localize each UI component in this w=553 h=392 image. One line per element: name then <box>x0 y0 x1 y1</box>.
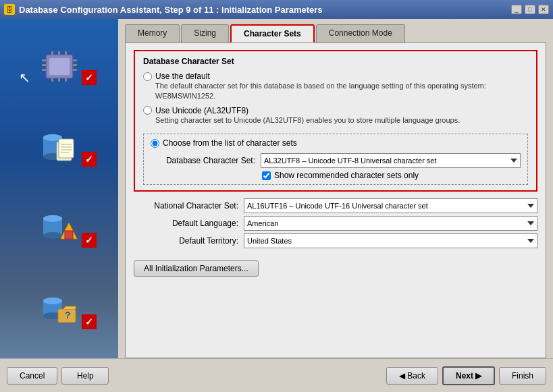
title-bar: 🗄 Database Configuration Assistant, Step… <box>0 0 553 19</box>
default-territory-select[interactable]: United States <box>244 233 537 248</box>
show-recommended-row: Show recommended character sets only <box>262 171 521 180</box>
radio-item-unicode: Use Unicode (AL32UTF8) Setting character… <box>143 106 528 125</box>
radio-desc-default: The default character set for this datab… <box>155 81 528 102</box>
tab-character-sets[interactable]: Character Sets <box>230 24 315 43</box>
tab-sizing[interactable]: Sizing <box>181 24 229 43</box>
svg-rect-3 <box>42 64 46 66</box>
sidebar: ↖ <box>0 19 118 358</box>
svg-text:?: ? <box>65 310 71 320</box>
db-charset-section: Database Character Set Use the default T… <box>134 50 537 192</box>
sidebar-item-shapes: ✓ <box>16 207 103 251</box>
svg-rect-12 <box>58 78 60 82</box>
tab-connection-mode[interactable]: Connection Mode <box>316 24 405 43</box>
show-recommended-label: Show recommended character sets only <box>274 171 419 180</box>
next-button[interactable]: Next ▶ <box>442 366 495 385</box>
shapes-icon <box>39 211 80 248</box>
all-params-button[interactable]: All Initialization Parameters... <box>134 260 259 277</box>
radio-text-choose: Choose from the list of character sets <box>163 138 297 148</box>
choose-list-box: Choose from the list of character sets D… <box>143 134 528 185</box>
svg-rect-11 <box>51 78 53 82</box>
radio-use-unicode[interactable] <box>143 106 152 115</box>
radio-desc-unicode: Setting character set to Unicode (AL32UT… <box>155 115 528 125</box>
default-territory-label: Default Territory: <box>134 236 238 246</box>
svg-rect-9 <box>58 51 60 55</box>
svg-rect-7 <box>73 69 77 71</box>
maximize-button[interactable]: □ <box>525 5 535 14</box>
radio-group: Use the default The default character se… <box>143 72 528 185</box>
radio-item-choose: Choose from the list of character sets D… <box>143 130 528 185</box>
show-recommended-checkbox[interactable] <box>262 171 271 180</box>
svg-rect-13 <box>65 78 67 82</box>
default-territory-row: Default Territory: United States <box>134 233 537 248</box>
content-area: Memory Sizing Character Sets Connection … <box>118 19 553 358</box>
radio-label-unicode[interactable]: Use Unicode (AL32UTF8) <box>143 106 528 115</box>
sidebar-item-folder: ? ✓ <box>16 289 103 333</box>
cancel-button[interactable]: Cancel <box>7 367 57 385</box>
svg-rect-4 <box>42 69 46 71</box>
radio-choose-list[interactable] <box>151 139 159 148</box>
svg-rect-10 <box>65 51 67 55</box>
national-charset-label: National Character Set: <box>134 201 238 211</box>
sidebar-item-chip: ✓ <box>16 45 103 88</box>
radio-text-unicode: Use Unicode (AL32UTF8) <box>155 106 248 115</box>
default-language-row: Default Language: American <box>134 216 537 231</box>
radio-label-default[interactable]: Use the default <box>143 72 528 81</box>
sidebar-item-docs: ✓ <box>16 126 103 170</box>
outer-fields: National Character Set: AL16UTF16 – Unic… <box>134 198 537 248</box>
national-charset-row: National Character Set: AL16UTF16 – Unic… <box>134 198 537 213</box>
svg-rect-6 <box>73 64 77 66</box>
help-button[interactable]: Help <box>61 367 109 385</box>
svg-rect-8 <box>51 51 53 55</box>
db-charset-select[interactable]: AL32UTF8 – Unicode UTF-8 Universal chara… <box>261 153 521 168</box>
minimize-button[interactable]: _ <box>511 5 522 14</box>
svg-rect-29 <box>65 231 73 239</box>
default-language-select[interactable]: American <box>244 216 537 231</box>
radio-label-choose[interactable]: Choose from the list of character sets <box>151 138 521 148</box>
folder-icon: ? <box>39 292 80 329</box>
tabs[interactable]: Memory Sizing Character Sets Connection … <box>125 24 546 43</box>
tab-memory[interactable]: Memory <box>125 24 180 43</box>
db-charset-label: Database Character Set: <box>151 156 255 165</box>
check-icon-2: ✓ <box>82 152 97 167</box>
radio-item-default: Use the default The default character se… <box>143 72 528 102</box>
svg-point-27 <box>43 215 62 222</box>
national-charset-select[interactable]: AL16UTF16 – Unicode UTF-16 Universal cha… <box>244 198 537 213</box>
docs-icon <box>39 130 80 167</box>
back-arrow-icon: ◀ <box>399 371 405 381</box>
bottom-right-buttons[interactable]: ◀ Back Next ▶ Finish <box>386 366 546 385</box>
next-arrow-icon: ▶ <box>475 371 481 381</box>
radio-use-default[interactable] <box>143 72 152 81</box>
db-charset-row: Database Character Set: AL32UTF8 – Unico… <box>151 153 521 168</box>
bottom-bar: Cancel Help ◀ Back Next ▶ Finish <box>0 358 553 392</box>
panel: Database Character Set Use the default T… <box>125 43 546 358</box>
finish-button[interactable]: Finish <box>499 367 546 385</box>
window-title: Database Configuration Assistant, Step 9… <box>19 5 323 15</box>
next-label: Next <box>456 371 473 381</box>
app-icon: 🗄 <box>4 4 15 15</box>
back-button[interactable]: ◀ Back <box>386 367 438 385</box>
default-language-label: Default Language: <box>134 219 238 228</box>
check-icon-3: ✓ <box>82 233 97 248</box>
svg-rect-5 <box>73 59 77 61</box>
chip-icon <box>39 48 80 85</box>
svg-point-26 <box>43 232 62 239</box>
svg-rect-2 <box>42 59 46 61</box>
close-button[interactable]: ✕ <box>538 5 549 14</box>
window-controls[interactable]: _ □ ✕ <box>511 5 549 14</box>
svg-rect-19 <box>59 139 74 158</box>
check-icon-1: ✓ <box>82 70 97 85</box>
svg-point-33 <box>43 298 62 304</box>
section-title: Database Character Set <box>143 57 528 66</box>
check-icon-4: ✓ <box>82 314 97 329</box>
radio-text-default: Use the default <box>155 72 210 81</box>
svg-rect-1 <box>49 58 70 75</box>
bottom-left-buttons[interactable]: Cancel Help <box>7 367 109 385</box>
back-label: Back <box>407 371 425 381</box>
